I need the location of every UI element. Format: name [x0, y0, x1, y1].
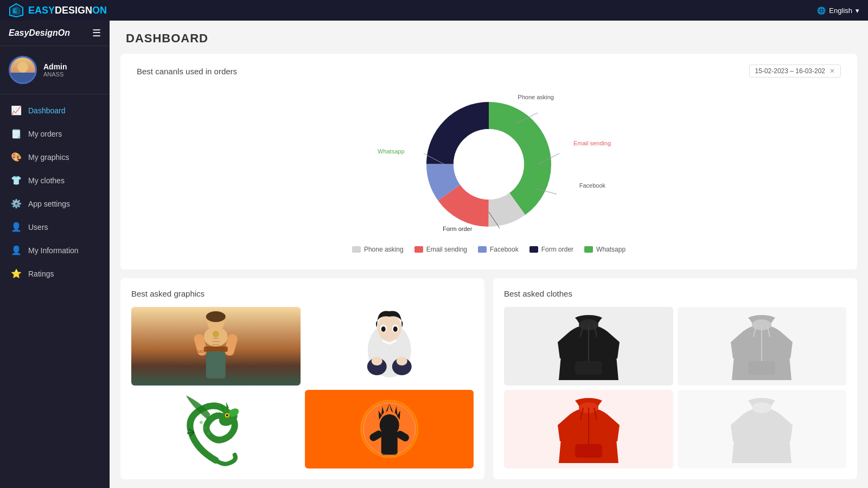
svg-rect-69 — [575, 444, 602, 458]
legend-dot-phone — [352, 246, 361, 253]
anime4-svg — [305, 390, 474, 468]
logo-text: EASYDESIGNON — [28, 5, 107, 16]
sidebar-item-label: Dashboard — [28, 106, 66, 115]
legend-label-email: Email sending — [426, 246, 467, 253]
sidebar-item-label: App settings — [28, 200, 70, 208]
sidebar-header: EasyDesignOn ☰ — [0, 21, 110, 46]
svg-point-21 — [213, 331, 219, 337]
bottom-grid: Best asked graphics — [120, 278, 857, 479]
user-info: Admin ANASS — [43, 62, 101, 78]
hoodie-item-black — [504, 307, 673, 386]
donut-chart-area: Phone asking Email sending Facebook Form… — [137, 83, 841, 259]
chart-card: Best cananls used in orders 15-02-2023 –… — [120, 54, 857, 269]
legend-item-whatsapp: Whatsapp — [584, 246, 626, 253]
username: Admin — [43, 62, 101, 71]
legend-item-email: Email sending — [414, 246, 467, 253]
orders-icon: 🗒️ — [11, 129, 22, 139]
legend-label-facebook: Facebook — [490, 246, 519, 253]
content-header: DASHBOARD — [110, 21, 868, 54]
date-filter[interactable]: 15-02-2023 – 16-03-202 ✕ — [749, 65, 841, 78]
hoodie-placeholder-svg — [726, 393, 797, 466]
hoodie-item-placeholder — [678, 390, 847, 468]
sidebar-item-myinformation[interactable]: 👤 My Information — [0, 239, 110, 262]
clothes-card: Best asked clothes — [493, 278, 857, 479]
graphic-item-4 — [305, 390, 474, 468]
sidebar-item-mygraphics[interactable]: 🎨 My graphics — [0, 145, 110, 169]
flag-icon: 🌐 — [817, 7, 826, 15]
donut-label-phone: Phone asking — [518, 94, 554, 100]
hoodie-red-svg — [553, 393, 624, 466]
hoodie-gray-svg — [726, 310, 797, 383]
graphic-item-2 — [305, 307, 474, 386]
settings-icon: ⚙️ — [11, 198, 22, 209]
svg-point-9 — [454, 129, 524, 200]
donut-svg — [413, 88, 565, 240]
legend-label-phone: Phone asking — [364, 246, 404, 253]
user-role: ANASS — [43, 71, 101, 78]
sidebar-item-label: My orders — [28, 130, 62, 138]
svg-point-41 — [203, 426, 207, 429]
hoodie-item-gray — [678, 307, 847, 386]
clothes-grid — [504, 307, 846, 468]
legend-label-whatsapp: Whatsapp — [596, 246, 626, 253]
sidebar-item-myorders[interactable]: 🗒️ My orders — [0, 122, 110, 145]
legend-label-formorder: Form order — [541, 246, 573, 253]
logo: E EASYDESIGNON — [9, 3, 107, 18]
legend-dot-facebook — [478, 246, 487, 253]
sidebar-profile: Admin ANASS — [0, 46, 110, 94]
svg-rect-25 — [204, 346, 228, 352]
star-icon: ⭐ — [11, 268, 22, 279]
anime3-svg — [131, 390, 301, 468]
hoodie-black-svg — [553, 310, 624, 383]
graphics-section-title: Best asked graphics — [131, 289, 474, 298]
sidebar-item-label: Users — [28, 223, 48, 232]
svg-point-73 — [752, 402, 771, 413]
avatar — [9, 56, 37, 84]
logo-icon: E — [9, 3, 24, 18]
svg-point-32 — [393, 326, 397, 332]
legend-item-facebook: Facebook — [478, 246, 519, 253]
sidebar-item-users[interactable]: 👤 Users — [0, 215, 110, 239]
sidebar-item-label: My clothes — [28, 176, 65, 185]
svg-point-17 — [206, 311, 226, 322]
lang-label: English — [829, 7, 852, 15]
graphic-item-3 — [131, 390, 301, 468]
clothes-section-title: Best asked clothes — [504, 289, 846, 298]
svg-rect-59 — [575, 361, 602, 375]
legend-dot-whatsapp — [584, 246, 593, 253]
chart-title: Best cananls used in orders — [137, 67, 237, 76]
content-area: DASHBOARD Best cananls used in orders 15… — [110, 21, 868, 488]
info-icon: 👤 — [11, 245, 22, 255]
close-icon[interactable]: ✕ — [829, 67, 835, 75]
donut-label-formorder: Form order — [443, 226, 472, 232]
chart-legend: Phone asking Email sending Facebook — [352, 246, 626, 253]
main-layout: EasyDesignOn ☰ Admin ANASS 📈 Dashboard 🗒… — [0, 21, 868, 488]
chart-card-header: Best cananls used in orders 15-02-2023 –… — [137, 65, 841, 78]
topbar: E EASYDESIGNON 🌐 English ▾ — [0, 0, 868, 21]
hamburger-icon[interactable]: ☰ — [92, 27, 101, 39]
sidebar: EasyDesignOn ☰ Admin ANASS 📈 Dashboard 🗒… — [0, 21, 110, 488]
page-title: DASHBOARD — [126, 31, 852, 46]
graphic-item-1: TATOO — [131, 307, 301, 386]
sidebar-item-ratings[interactable]: ⭐ Ratings — [0, 262, 110, 285]
svg-point-47 — [379, 414, 399, 436]
svg-point-35 — [371, 357, 382, 365]
dashboard-content: Best cananls used in orders 15-02-2023 –… — [110, 54, 868, 488]
svg-point-36 — [396, 357, 407, 365]
legend-dot-email — [414, 246, 423, 253]
donut-label-facebook: Facebook — [579, 182, 605, 189]
clothes-icon: 👕 — [11, 175, 22, 185]
sidebar-item-appsettings[interactable]: ⚙️ App settings — [0, 192, 110, 215]
date-range-label: 15-02-2023 – 16-03-202 — [755, 67, 825, 75]
svg-point-43 — [207, 432, 210, 435]
svg-rect-26 — [206, 351, 226, 378]
legend-item-formorder: Form order — [529, 246, 573, 253]
dashboard-icon: 📈 — [11, 105, 22, 115]
language-selector[interactable]: 🌐 English ▾ — [817, 7, 859, 15]
sidebar-item-myclothes[interactable]: 👕 My clothes — [0, 169, 110, 192]
donut-chart: Phone asking Email sending Facebook Form… — [413, 88, 565, 240]
graphics-card: Best asked graphics — [120, 278, 484, 479]
svg-rect-64 — [748, 361, 775, 375]
graphics-grid: TATOO — [131, 307, 474, 468]
sidebar-item-dashboard[interactable]: 📈 Dashboard — [0, 99, 110, 122]
